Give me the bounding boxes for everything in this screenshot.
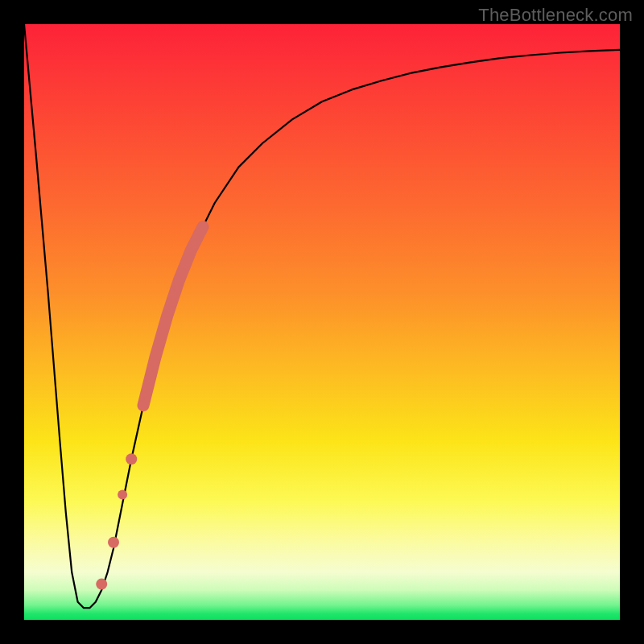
bottleneck-curve [24,24,620,620]
highlight-dot [96,579,107,590]
highlight-dot [118,490,127,500]
curve-path [24,24,620,608]
watermark-text: TheBottleneck.com [478,5,633,26]
highlight-dot [126,453,137,464]
highlight-dot [108,537,119,548]
plot-area [24,24,620,620]
chart-frame: TheBottleneck.com [0,0,644,644]
highlight-segment [143,227,203,406]
